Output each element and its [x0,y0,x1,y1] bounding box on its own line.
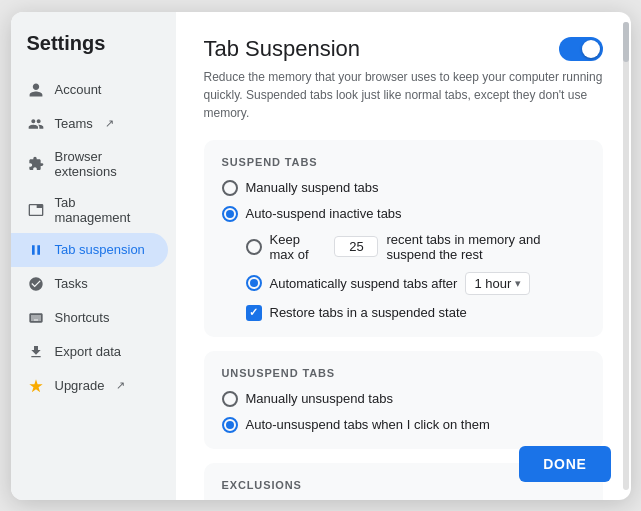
sidebar-item-upgrade-label: Upgrade [55,378,105,393]
page-description: Reduce the memory that your browser uses… [204,68,603,122]
keep-max-after: recent tabs in memory and suspend the re… [386,232,584,262]
upgrade-external-icon: ↗ [116,379,125,392]
keep-max-radio[interactable] [246,239,262,255]
tab-icon [27,201,45,219]
sidebar-item-shortcuts[interactable]: Shortcuts [11,301,168,335]
sidebar-item-upgrade[interactable]: Upgrade ↗ [11,369,168,403]
auto-unsuspend-text: Auto-unsuspend tabs when I click on them [246,417,490,432]
manually-suspend-row[interactable]: Manually suspend tabs [222,180,585,196]
keep-max-row[interactable]: Keep max of 25 recent tabs in memory and… [246,232,585,262]
restore-suspended-checkbox[interactable] [246,305,262,321]
header-row: Tab Suspension [204,36,603,62]
restore-suspended-row[interactable]: Restore tabs in a suspended state [246,305,585,321]
scrollbar-thumb[interactable] [623,22,629,62]
person-icon [27,81,45,99]
auto-suspend-text: Auto-suspend inactive tabs [246,206,402,221]
group-icon [27,115,45,133]
keep-max-before: Keep max of [270,232,327,262]
manually-unsuspend-radio[interactable] [222,391,238,407]
auto-suspend-after-label: Automatically suspend tabs after [270,276,458,291]
sidebar-item-account[interactable]: Account [11,73,168,107]
manually-unsuspend-row[interactable]: Manually unsuspend tabs [222,391,585,407]
unsuspend-tabs-label: UNSUSPEND TABS [222,367,585,379]
sidebar-item-tasks-label: Tasks [55,276,88,291]
page-title: Tab Suspension [204,36,361,62]
sidebar-item-shortcuts-label: Shortcuts [55,310,110,325]
auto-unsuspend-row[interactable]: Auto-unsuspend tabs when I click on them [222,417,585,433]
sidebar-item-tab-suspension-label: Tab suspension [55,242,145,257]
sidebar-item-teams[interactable]: Teams ↗ [11,107,168,141]
restore-suspended-text: Restore tabs in a suspended state [270,305,467,320]
manually-unsuspend-text: Manually unsuspend tabs [246,391,393,406]
hour-dropdown[interactable]: 1 hour [465,272,530,295]
star-icon [27,377,45,395]
sidebar-item-browser-extensions[interactable]: Browser extensions [11,141,168,187]
sidebar-item-account-label: Account [55,82,102,97]
external-link-icon: ↗ [105,117,114,130]
suspend-tabs-section: SUSPEND TABS Manually suspend tabs Auto-… [204,140,603,337]
sidebar-item-tab-suspension[interactable]: Tab suspension [11,233,168,267]
sidebar-item-teams-label: Teams [55,116,93,131]
settings-dialog: Settings Account Teams ↗ Browser extensi… [11,12,631,500]
check-circle-icon [27,275,45,293]
manually-suspend-radio[interactable] [222,180,238,196]
download-icon [27,343,45,361]
manually-suspend-text: Manually suspend tabs [246,180,379,195]
tab-suspension-toggle[interactable] [559,37,603,61]
sidebar-item-tab-management[interactable]: Tab management [11,187,168,233]
sidebar-item-tasks[interactable]: Tasks [11,267,168,301]
auto-suspend-row[interactable]: Auto-suspend inactive tabs [222,206,585,222]
auto-suspend-radio[interactable] [222,206,238,222]
sub-options: Keep max of 25 recent tabs in memory and… [246,232,585,321]
sidebar-item-tab-management-label: Tab management [55,195,152,225]
pause-icon [27,241,45,259]
keyboard-icon [27,309,45,327]
sidebar-title: Settings [11,32,176,73]
done-button[interactable]: DONE [519,446,610,482]
auto-suspend-after-radio[interactable] [246,275,262,291]
keep-max-input[interactable]: 25 [334,236,378,257]
unsuspend-tabs-section: UNSUSPEND TABS Manually unsuspend tabs A… [204,351,603,449]
auto-suspend-after-row[interactable]: Automatically suspend tabs after 1 hour [246,272,585,295]
puzzle-icon [27,155,45,173]
sidebar-item-browser-extensions-label: Browser extensions [55,149,152,179]
suspend-tabs-label: SUSPEND TABS [222,156,585,168]
main-content: Tab Suspension Reduce the memory that yo… [176,12,631,500]
sidebar-item-export-data-label: Export data [55,344,122,359]
sidebar-item-export-data[interactable]: Export data [11,335,168,369]
sidebar: Settings Account Teams ↗ Browser extensi… [11,12,176,500]
scrollbar-track[interactable] [623,22,629,490]
auto-unsuspend-radio[interactable] [222,417,238,433]
